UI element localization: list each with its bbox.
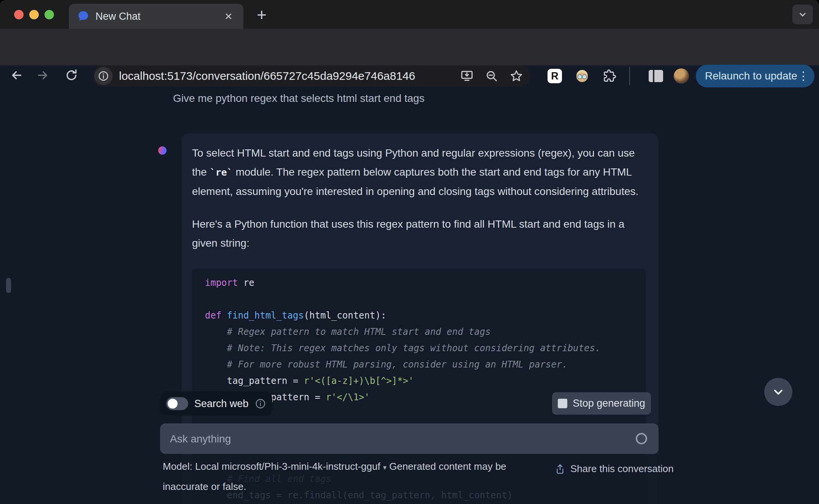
share-label: Share this conversation <box>570 463 674 475</box>
relaunch-to-update-button[interactable]: Relaunch to update ⋮ <box>696 65 814 87</box>
tab-title: New Chat <box>95 11 141 22</box>
extensions-puzzle-icon[interactable] <box>602 69 617 83</box>
macos-minimize-button[interactable] <box>29 10 39 19</box>
browser-toolbar: localhost:5173/conversation/665727c45da9… <box>0 29 819 65</box>
assistant-avatar <box>158 146 167 155</box>
model-caret-icon[interactable]: ▾ <box>383 464 386 471</box>
extension-avatar-icon[interactable] <box>575 69 589 83</box>
profile-avatar[interactable] <box>674 68 689 84</box>
url-text[interactable]: localhost:5173/conversation/665727c45da9… <box>119 70 415 82</box>
stop-generating-label: Stop generating <box>573 398 645 409</box>
zoom-icon[interactable] <box>485 69 498 83</box>
info-icon <box>98 70 109 82</box>
forward-button[interactable] <box>33 65 52 85</box>
share-upload-icon <box>554 463 566 475</box>
scroll-to-bottom-button[interactable] <box>764 378 792 406</box>
info-circle-icon[interactable] <box>255 398 266 409</box>
chat-input[interactable] <box>169 423 638 455</box>
model-disclaimer: Model: Local microsoft/Phi-3-mini-4k-ins… <box>163 457 539 496</box>
search-web-control: Search web <box>160 391 272 416</box>
toolbar-divider <box>629 67 630 85</box>
search-web-toggle[interactable] <box>166 397 188 410</box>
user-message: Give me python regex that selects html s… <box>173 92 424 105</box>
assistant-paragraph-2: Here's a Python function that uses this … <box>192 215 646 253</box>
model-label: Model: Local microsoft/Phi-3-mini-4k-ins… <box>163 461 380 472</box>
share-conversation-link[interactable]: Share this conversation <box>554 463 674 475</box>
toggle-knob <box>168 399 178 409</box>
chevron-down-icon <box>771 385 785 399</box>
search-web-label: Search web <box>194 398 249 410</box>
stop-icon <box>558 399 567 408</box>
url-bar[interactable]: localhost:5173/conversation/665727c45da9… <box>92 65 530 87</box>
side-panel-icon[interactable] <box>648 70 663 82</box>
stop-generating-button[interactable]: Stop generating <box>552 392 651 415</box>
chevron-down-icon <box>798 10 808 19</box>
back-arrow-icon <box>10 68 24 82</box>
browser-menu-icon[interactable]: ⋮ <box>798 68 809 84</box>
generating-spinner-icon <box>636 433 647 444</box>
site-info-button[interactable] <box>94 67 113 85</box>
inline-code-re: `re` <box>210 167 233 178</box>
reload-icon <box>65 68 78 82</box>
install-app-icon[interactable] <box>460 69 474 83</box>
sidebar-drag-handle[interactable] <box>6 278 11 293</box>
macos-zoom-button[interactable] <box>44 10 54 19</box>
chat-input-bar[interactable] <box>160 423 659 454</box>
bookmark-star-icon[interactable] <box>509 69 523 83</box>
reload-button[interactable] <box>62 65 81 85</box>
browser-tab[interactable]: New Chat × <box>69 4 243 29</box>
forward-arrow-icon <box>36 68 49 82</box>
tab-strip: New Chat × + <box>0 0 819 29</box>
relaunch-label: Relaunch to update <box>705 70 797 82</box>
tab-close-icon[interactable]: × <box>221 8 236 24</box>
macos-close-button[interactable] <box>14 10 24 19</box>
chat-bubble-favicon <box>77 10 89 22</box>
browser-window: New Chat × + localhost:5173/conversation… <box>0 0 819 504</box>
assistant-paragraph-1: To select HTML start and end tags using … <box>192 144 646 201</box>
back-button[interactable] <box>7 65 27 85</box>
new-tab-button[interactable]: + <box>252 5 271 25</box>
extension-r-icon[interactable]: R <box>548 69 562 83</box>
tab-search-button[interactable] <box>792 5 813 24</box>
